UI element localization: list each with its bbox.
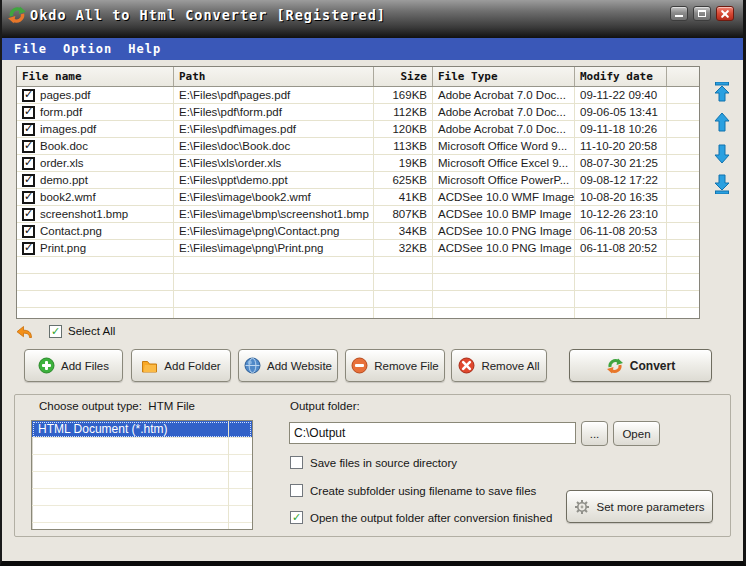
- set-more-parameters-label: Set more parameters: [596, 501, 704, 513]
- set-more-parameters-button[interactable]: Set more parameters: [566, 490, 713, 523]
- row-checkbox[interactable]: ✓: [22, 225, 35, 238]
- cell-filename: ✓order.xls: [17, 155, 174, 171]
- output-folder-input[interactable]: [289, 422, 576, 444]
- row-checkbox[interactable]: ✓: [22, 106, 35, 119]
- table-empty-row: [17, 308, 699, 319]
- select-all-row[interactable]: ✓ Select All: [16, 323, 115, 339]
- cell-blank: [667, 121, 699, 137]
- menu-help[interactable]: Help: [120, 38, 169, 60]
- open-button[interactable]: Open: [613, 421, 660, 446]
- menu-option[interactable]: Option: [55, 38, 120, 60]
- maximize-button[interactable]: [693, 6, 711, 21]
- table-empty-row: [17, 274, 699, 291]
- remove-all-button[interactable]: Remove All: [451, 349, 547, 382]
- add-folder-button[interactable]: Add Folder: [131, 349, 231, 382]
- add-website-button[interactable]: Add Website: [238, 349, 338, 382]
- row-checkbox[interactable]: ✓: [22, 174, 35, 187]
- browse-button[interactable]: ...: [581, 421, 608, 446]
- browse-label: ...: [590, 428, 600, 440]
- cell-path: E:\Files\ppt\demo.ppt: [174, 172, 374, 188]
- cell-path: [174, 308, 374, 319]
- column-header-filetype[interactable]: File Type: [433, 67, 575, 86]
- cell-modifydate: 09-11-18 10:26: [575, 121, 667, 137]
- row-checkbox[interactable]: ✓: [22, 208, 35, 221]
- cell-path: E:\Files\doc\Book.doc: [174, 138, 374, 154]
- cell-filename: ✓Contact.png: [17, 223, 174, 239]
- window-controls: [670, 6, 734, 21]
- cell-modifydate: [575, 308, 667, 319]
- table-row[interactable]: ✓screenshot1.bmpE:\Files\image\bmp\scree…: [17, 206, 699, 223]
- cell-path: E:\Files\xls\order.xls: [174, 155, 374, 171]
- folder-icon: [141, 358, 158, 374]
- reply-arrow-icon: [16, 324, 33, 339]
- output-type-empty-row: [32, 523, 252, 530]
- cell-filename: ✓pages.pdf: [17, 87, 174, 103]
- chosen-type-value: HTM File: [148, 400, 195, 412]
- menu-bar: File Option Help: [0, 38, 746, 60]
- open-after-label: Open the output folder after conversion …: [310, 512, 552, 524]
- column-header-filename[interactable]: File name: [17, 67, 174, 86]
- table-row[interactable]: ✓Contact.pngE:\Files\image\png\Contact.p…: [17, 223, 699, 240]
- row-checkbox[interactable]: ✓: [22, 157, 35, 170]
- move-bottom-icon[interactable]: [712, 174, 732, 194]
- create-subfolder-checkbox[interactable]: [290, 484, 303, 497]
- gear-icon: [574, 499, 590, 515]
- row-checkbox[interactable]: ✓: [22, 191, 35, 204]
- add-folder-label: Add Folder: [164, 360, 220, 372]
- option-create-subfolder[interactable]: Create subfolder using filename to save …: [290, 483, 536, 498]
- cell-size: 32KB: [374, 240, 433, 256]
- cell-path: E:\Files\pdf\form.pdf: [174, 104, 374, 120]
- table-row[interactable]: ✓order.xlsE:\Files\xls\order.xls19KBMicr…: [17, 155, 699, 172]
- menu-file[interactable]: File: [6, 38, 55, 60]
- cell-size: 41KB: [374, 189, 433, 205]
- table-row[interactable]: ✓book2.wmfE:\Files\image\book2.wmf41KBAC…: [17, 189, 699, 206]
- row-checkbox[interactable]: ✓: [22, 242, 35, 255]
- output-type-empty-row: [32, 438, 252, 455]
- reorder-arrows: [708, 82, 738, 212]
- remove-file-label: Remove File: [374, 360, 439, 372]
- remove-file-button[interactable]: Remove File: [345, 349, 445, 382]
- move-down-icon[interactable]: [712, 144, 732, 164]
- cell-size: 169KB: [374, 87, 433, 103]
- output-type-option[interactable]: HTML Document (*.htm): [32, 421, 252, 438]
- table-row[interactable]: ✓form.pdfE:\Files\pdf\form.pdf112KBAdobe…: [17, 104, 699, 121]
- select-all-checkbox[interactable]: ✓: [49, 325, 62, 338]
- row-checkbox[interactable]: ✓: [22, 140, 35, 153]
- table-row[interactable]: ✓pages.pdfE:\Files\pdf\pages.pdf169KBAdo…: [17, 87, 699, 104]
- cell-size: 112KB: [374, 104, 433, 120]
- cell-size: [374, 257, 433, 273]
- cell-filetype: [433, 257, 575, 273]
- move-top-icon[interactable]: [712, 82, 732, 102]
- column-header-size[interactable]: Size: [374, 67, 433, 86]
- minimize-button[interactable]: [670, 6, 688, 21]
- add-plus-icon: [38, 357, 55, 374]
- column-header-path[interactable]: Path: [174, 67, 374, 86]
- cell-path: [174, 257, 374, 273]
- cell-size: [374, 308, 433, 319]
- title-bar[interactable]: Okdo All to Html Converter [Registered]: [0, 0, 746, 38]
- cell-filename: [17, 257, 174, 273]
- save-source-checkbox[interactable]: [290, 456, 303, 469]
- add-files-button[interactable]: Add Files: [24, 349, 123, 382]
- output-type-list: HTML Document (*.htm): [31, 420, 253, 530]
- cell-filetype: [433, 291, 575, 307]
- row-checkbox[interactable]: ✓: [22, 123, 35, 136]
- cell-modifydate: [575, 274, 667, 290]
- cell-modifydate: 09-11-22 09:40: [575, 87, 667, 103]
- move-up-icon[interactable]: [712, 112, 732, 132]
- open-after-checkbox[interactable]: ✓: [290, 511, 303, 524]
- cell-blank: [667, 155, 699, 171]
- option-open-after[interactable]: ✓ Open the output folder after conversio…: [290, 510, 552, 525]
- convert-button[interactable]: Convert: [569, 349, 712, 382]
- table-row[interactable]: ✓images.pdfE:\Files\pdf\images.pdf120KBA…: [17, 121, 699, 138]
- column-header-modifydate[interactable]: Modify date: [575, 67, 667, 86]
- close-button[interactable]: [716, 6, 734, 21]
- row-checkbox[interactable]: ✓: [22, 89, 35, 102]
- cell-blank: [667, 206, 699, 222]
- table-row[interactable]: ✓demo.pptE:\Files\ppt\demo.ppt625KBMicro…: [17, 172, 699, 189]
- option-save-source[interactable]: Save files in source directory: [290, 455, 457, 470]
- globe-icon: [244, 357, 261, 374]
- table-row[interactable]: ✓Book.docE:\Files\doc\Book.doc113KBMicro…: [17, 138, 699, 155]
- table-row[interactable]: ✓Print.pngE:\Files\image\png\Print.png32…: [17, 240, 699, 257]
- add-files-label: Add Files: [61, 360, 109, 372]
